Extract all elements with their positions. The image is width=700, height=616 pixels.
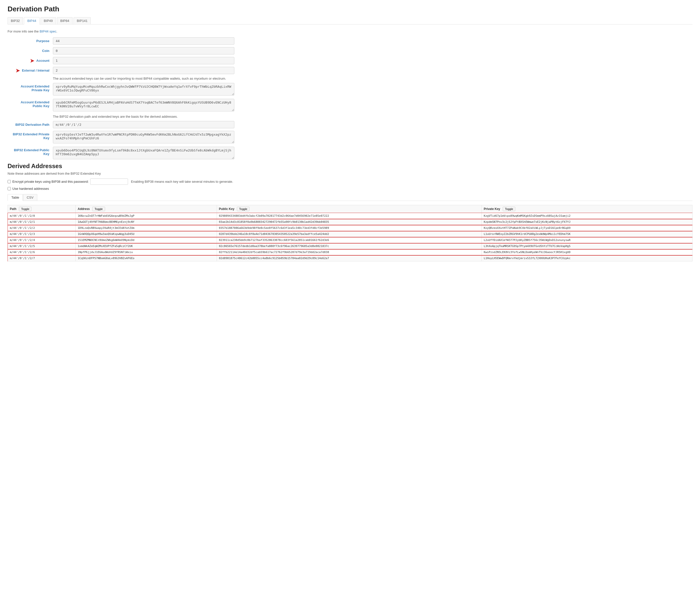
bip32-ext-pub-textarea[interactable]: xpub6Doo4P5CUqDL9z8NATUVumx9fyLsmf9kBc8x… [53,147,234,159]
acct-ext-pub-label: Account ExtendedPublic Key [8,99,53,108]
address-cell: 1D9LzaQvRBVwapy3VwR4jt3mCEdAYatZUm [76,225,217,231]
address-toggle-btn[interactable]: Toggle [92,207,105,211]
external-internal-row: ➤ External / Internal [8,67,692,74]
bip32-path-input-container [53,121,234,128]
address-cell: 1xmdWkAZeEqWZMsXEUPfZFa5qRczCf2UK [76,243,217,249]
acct-ext-pub-textarea[interactable]: xpub6CRFmM5ogGuurqvP6dESJLkM4jaBPAVuHdS7… [53,99,234,111]
tab-bip32[interactable]: BIP32 [8,17,23,24]
path-cell: m/44'/0'/1'/2/1 [8,219,76,225]
table-row: m/44'/0'/1'/2/51xmdWkAZeEqWZMsXEUPfZFa5q… [8,243,692,249]
purpose-input[interactable] [53,37,234,45]
account-input[interactable] [53,57,234,64]
col-privkey-header: Private Key Toggle [482,205,692,213]
encrypt-checkbox[interactable] [8,180,11,183]
external-internal-label-container: ➤ External / Internal [8,67,53,74]
col-path-header: Path Toggle [8,205,76,213]
bip32-path-label: BIP32 Derivation Path [8,123,53,126]
bip32-ext-priv-row: BIP32 Extended PrivateKey xprv9zpSesYJeT… [8,131,692,144]
acct-ext-pub-input-container: xpub6CRFmM5ogGuurqvP6dESJLkM4jaBPAVuHdS7… [53,99,234,112]
external-internal-input-container [53,67,234,74]
bip32-ext-pub-input-container: xpub6Doo4P5CUqDL9z8NATUVumx9fyLsmf9kBc8x… [53,147,234,160]
bip38-note: Enabling BIP38 means each key will take … [131,180,233,184]
coin-input-container [53,47,234,54]
pubkey-toggle-btn[interactable]: Toggle [237,207,249,211]
page-title: Derivation Path [8,5,692,13]
pubkey-cell: 02c86565e76157dedb1d0aa378befa880f73c6f9… [217,243,482,249]
path-cell: m/44'/0'/1'/2/6 [8,249,76,255]
pubkey-cell: 023911ca238d5bb9c8b7127baf33528633078cc6… [217,237,482,243]
addresses-table: Path Toggle Address Toggle Public Key [8,205,692,261]
account-note: The account extended keys can be used fo… [53,77,692,81]
bip32-ext-pub-label: BIP32 Extended PublicKey [8,147,53,156]
external-internal-label: External / Internal [22,69,49,72]
coin-row: Coin [8,47,692,54]
acct-ext-priv-input-container: xprv9yRuMqYuquMceMquzbhRwCocWhjgyhn3vQWW… [53,83,234,96]
derived-addresses-title: Derived Addresses [8,163,692,170]
tab-bip84[interactable]: BIP84 [57,17,72,24]
table-row: m/44'/0'/1'/2/01KNzcwZnQT7rHWFak6VGAeqvw… [8,213,692,219]
privkey-cell: KzpdmSN7Pnv3c2jSJfpFtBXShEWmwe7xE2jKcNja… [482,219,692,225]
tab-table[interactable]: Table [8,194,23,201]
privkey-cell: L1uUrorRWEoyZ2bZRGV9hK1rdCPUARg2exWdWp4M… [482,231,692,237]
pubkey-cell: 0287d439bde246a10c8f8a4e71d0436783054350… [217,231,482,237]
addresses-table-container: Path Toggle Address Toggle Public Key [8,205,692,261]
bip32-ext-pub-row: BIP32 Extended PublicKey xpub6Doo4P5CUqD… [8,147,692,160]
address-cell: 1KNzcwZnQT7rHWFak6VGAeqvwB9dZMxJgP [76,213,217,219]
pubkey-cell: 0357b1887086a663b9de98f9e0c5ee8f5637c6d3… [217,225,482,231]
pubkey-cell: 0298094334803dd4fb3abcf2b09a702817743d2c… [217,213,482,219]
tab-bip49[interactable]: BIP49 [40,17,56,24]
coin-input[interactable] [53,47,234,54]
acct-ext-priv-label: Account ExtendedPrivate Key [8,83,53,92]
table-row: m/44'/0'/1'/2/11AwG6Tj49fNT7HA8bmcBEHM6y… [8,219,692,225]
col-address-header: Address Toggle [76,205,217,213]
address-cell: 1GnWXQQpX6qeH9w3aoQVaKspwWqg3uD45U [76,231,217,237]
address-cell: 151EMZMWUCNCn9UmeZWkg6mW4mX9NymiDd [76,237,217,243]
pubkey-cell: 02ffb22114e14a40d32df5cab59b617ac72762f9… [217,249,482,255]
bip44-spec-link[interactable]: BIP44 spec [40,29,57,33]
path-cell: m/44'/0'/1'/2/5 [8,243,76,249]
account-arrow-icon: ➤ [30,58,34,64]
table-row: m/44'/0'/1'/2/71CqSKznDFP57NBomG8aLv89G3… [8,255,692,261]
address-cell: 1NpfP6jjdvJ1E6AudWohUZ9fRSN7iWxiu [76,249,217,255]
acct-ext-priv-textarea[interactable]: xprv9yRuMqYuquMceMquzbhRwCocWhjgyhn3vQWW… [53,83,234,96]
privkey-toggle-btn[interactable]: Toggle [503,207,515,211]
table-header-row: Path Toggle Address Toggle Public Key [8,205,692,213]
acct-ext-priv-row: Account ExtendedPrivate Key xprv9yRuMqYu… [8,83,692,96]
derived-addresses-section: Derived Addresses Note these addresses a… [8,163,692,261]
privkey-cell: L2uUfYDidAX1eYW377P2ybKyZBBSf756c35WiWgD… [482,237,692,243]
address-cell: 1AwG6Tj49fNT7HA8bmcBEHM6ynEznj9cNY [76,219,217,225]
purpose-input-container [53,37,234,45]
purpose-label: Purpose [8,39,53,43]
password-input[interactable] [90,178,128,185]
bip32-ext-priv-input-container: xprv9zpSesYJeTf2wW3u4RwVYe1R7wWPNCRtpPDN… [53,131,234,144]
bip32-ext-priv-textarea[interactable]: xprv9zpSesYJeTf2wW3u4RwVYe1R7wWPNCRtpPDN… [53,131,234,144]
encrypt-row: Encrypt private keys using BIP38 and thi… [8,178,692,185]
path-toggle-btn[interactable]: Toggle [19,207,32,211]
path-cell: m/44'/0'/1'/2/3 [8,231,76,237]
address-cell: 1CqSKznDFP57NBomG8aLv89G3VBZvAF6Eo [76,255,217,261]
path-cell: m/44'/0'/1'/2/7 [8,255,76,261]
bip32-note: The BIP32 derivation path and extended k… [53,115,692,119]
table-row: m/44'/0'/1'/2/21D9LzaQvRBVwapy3VwR4jt3mC… [8,225,692,231]
external-internal-input[interactable] [53,67,234,74]
pubkey-cell: 03ae2b14d3c81858f0a9b68083427290472fb55a… [217,219,482,225]
tab-bip141[interactable]: BIP141 [74,17,91,24]
tab-bip44[interactable]: BIP44 [24,17,39,24]
privkey-cell: KxyQRzeoXXutHT7ZPaNak9CXbf82aViWLyJjTyoD… [482,225,692,231]
col-pubkey-header: Public Key Toggle [217,205,482,213]
table-row: m/44'/0'/1'/2/4151EMZMWUCNCn9UmeZWkg6mW4… [8,237,692,243]
purpose-row: Purpose [8,37,692,45]
hardened-row: Use hardened addresses [8,187,692,190]
path-cell: m/44'/0'/1'/2/4 [8,237,76,243]
hardened-label: Use hardened addresses [12,187,49,190]
bip32-path-row: BIP32 Derivation Path [8,121,692,128]
bip32-path-input[interactable] [53,121,234,128]
bip-tabs: BIP32 BIP44 BIP49 BIP84 BIP141 [8,17,692,24]
account-label: Account [36,59,49,62]
bip44-info: For more info see the BIP44 spec. [8,29,692,33]
hardened-checkbox[interactable] [8,187,11,190]
tab-csv[interactable]: CSV [23,194,37,201]
account-row: ➤ Account [8,57,692,64]
account-input-container [53,57,234,64]
account-label-container: ➤ Account [8,58,53,64]
